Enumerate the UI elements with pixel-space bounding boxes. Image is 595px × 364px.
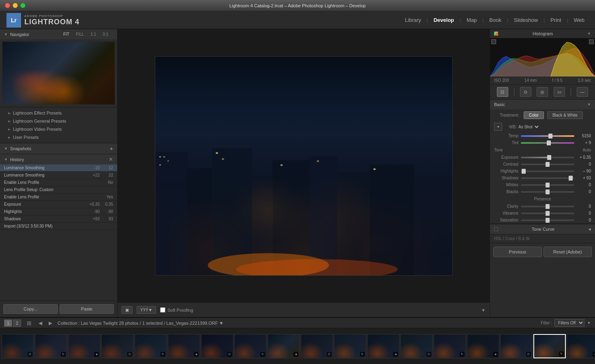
vibrance-thumb[interactable] (546, 211, 550, 216)
view-mode-button[interactable]: ▣ (122, 306, 133, 314)
history-item[interactable]: Enable Lens Profile No (0, 179, 117, 186)
filmstrip-thumb-1[interactable]: ⊡ (2, 334, 34, 358)
preset-general-presets[interactable]: ▶ Lightroom General Presets (0, 117, 117, 125)
filmstrip-num-1[interactable]: 1 (4, 319, 12, 327)
whites-slider[interactable] (521, 184, 574, 186)
color-button[interactable]: Color (524, 111, 544, 119)
filmstrip-thumb-2[interactable]: ↻ (35, 334, 67, 358)
histogram-clipping-shadow[interactable] (491, 39, 496, 44)
exposure-slider[interactable] (521, 157, 574, 158)
saturation-slider[interactable] (521, 219, 574, 221)
filmstrip-thumb-6[interactable]: ◈ (168, 334, 200, 358)
tone-auto-button[interactable]: Auto (582, 148, 591, 152)
shadows-thumb[interactable] (569, 176, 573, 181)
preset-video-presets[interactable]: ▶ Lightroom Video Presets (0, 125, 117, 133)
history-item[interactable]: Luminance Smoothing -10 12 (0, 164, 117, 172)
basic-header[interactable]: Basic ▼ (490, 100, 595, 109)
navigator-header[interactable]: ▼ Navigator FIT FILL 1:1 3:1 (0, 29, 117, 39)
history-item[interactable]: Highlights -90 -90 (0, 208, 117, 215)
filmstrip-thumb-5[interactable]: ↻ (135, 334, 167, 358)
nav-3-1[interactable]: 3:1 (101, 31, 110, 37)
yyy-button[interactable]: YYY▼ (137, 306, 156, 314)
filmstrip-thumb-9[interactable]: ◈ (268, 334, 300, 358)
filmstrip-thumb-15[interactable]: ◈ (467, 334, 499, 358)
filmstrip-thumb-8[interactable]: ↻ (234, 334, 267, 358)
filmstrip-thumb-12[interactable]: ◈ (367, 334, 400, 358)
temp-slider[interactable] (521, 135, 574, 137)
filmstrip-thumb-4[interactable]: ⊡ (101, 334, 134, 358)
main-image[interactable] (155, 56, 453, 276)
filmstrip-thumb-13[interactable]: ⊡ (400, 334, 433, 358)
filmstrip-prev-arrow[interactable]: ◀ (37, 320, 43, 326)
contrast-thumb[interactable] (546, 162, 550, 167)
nav-1-1[interactable]: 1:1 (89, 31, 98, 37)
nav-develop[interactable]: Develop (430, 15, 458, 25)
wb-picker-tool[interactable]: ✦ (494, 123, 502, 131)
filmstrip-thumb-11[interactable]: ↻ (334, 334, 366, 358)
soft-proofing-checkbox[interactable] (160, 307, 165, 313)
maximize-button[interactable] (20, 3, 26, 8)
filmstrip-thumb-10[interactable]: ⊡ (301, 334, 333, 358)
shadows-slider[interactable] (521, 177, 574, 179)
filmstrip-num-2[interactable]: 2 (13, 319, 21, 327)
preset-user-presets[interactable]: ▶ User Presets (0, 133, 117, 141)
reset-button[interactable]: Reset (Adobe) (544, 247, 592, 257)
history-item[interactable]: Luminance Smoothing +22 22 (0, 172, 117, 179)
grid-view-icon[interactable]: ⊞ (25, 320, 33, 326)
previous-button[interactable]: Previous (493, 247, 542, 257)
filmstrip-thumb-18[interactable]: ◈ (567, 334, 595, 358)
nav-web[interactable]: Web (570, 15, 589, 25)
toolbar-expand-button[interactable]: ▼ (481, 308, 486, 313)
snapshots-add-button[interactable]: + (110, 145, 113, 152)
clarity-slider[interactable] (521, 206, 574, 207)
crop-tool[interactable]: ⊡ (497, 87, 508, 97)
gradient-tool[interactable]: ▭ (554, 87, 565, 97)
history-item[interactable]: Shadows +93 93 (0, 215, 117, 223)
tint-slider[interactable] (521, 142, 574, 144)
tone-curve-header[interactable]: Tone Curve ◀ (490, 224, 595, 234)
preset-effect-presets[interactable]: ▶ Lightroom Effect Presets (0, 109, 117, 117)
nav-book[interactable]: Book (485, 15, 505, 25)
contrast-slider[interactable] (521, 164, 574, 165)
vibrance-slider[interactable] (521, 213, 574, 214)
history-close-button[interactable]: ✕ (109, 156, 113, 162)
exposure-thumb[interactable] (547, 155, 551, 160)
history-item[interactable]: Lens Profile Setup: Custom (0, 186, 117, 194)
wb-select[interactable]: As Shot Auto Daylight Cloudy Custom (517, 124, 540, 130)
nav-fit[interactable]: FIT (62, 31, 71, 37)
highlights-thumb[interactable] (522, 169, 526, 174)
filmstrip-thumb-7[interactable]: ⊡ (201, 334, 233, 358)
blacks-slider[interactable] (521, 191, 574, 193)
history-item[interactable]: Import (3/3/12 3:50:30 PM) (0, 223, 117, 230)
whites-thumb[interactable] (546, 183, 550, 187)
copy-button[interactable]: Copy... (3, 304, 58, 314)
close-button[interactable] (5, 3, 10, 8)
nav-print[interactable]: Print (546, 15, 565, 25)
redeye-tool[interactable]: ◎ (537, 87, 548, 97)
nav-map[interactable]: Map (462, 15, 481, 25)
filmstrip-thumb-16[interactable]: ⊡ (500, 334, 533, 358)
history-item[interactable]: Exposure +0.35 0.35 (0, 201, 117, 208)
tint-thumb[interactable] (547, 140, 551, 145)
histogram-clipping-highlight[interactable] (589, 39, 594, 44)
paste-button[interactable]: Paste (60, 304, 114, 314)
history-item[interactable]: Enable Lens Profile Yes (0, 194, 117, 201)
filmstrip-expand-icon[interactable]: ▼ (587, 321, 591, 325)
saturation-thumb[interactable] (546, 218, 550, 223)
blacks-thumb[interactable] (546, 189, 550, 194)
filter-select[interactable]: Filters Off Rated Flagged (554, 319, 584, 327)
snapshots-header[interactable]: ▼ Snapshots + (0, 143, 117, 154)
hsl-tool[interactable]: — (577, 87, 588, 97)
filmstrip-thumb-14[interactable]: ↻ (434, 334, 466, 358)
clarity-thumb[interactable] (546, 204, 550, 209)
minimize-button[interactable] (13, 3, 18, 8)
nav-slideshow[interactable]: Slideshow (510, 15, 542, 25)
black-white-button[interactable]: Black & White (547, 111, 583, 119)
filmstrip-thumb-3[interactable]: ◈ (68, 334, 101, 358)
filmstrip-next-arrow[interactable]: ▶ (47, 320, 54, 326)
spot-tool[interactable]: ⊙ (520, 87, 531, 97)
filmstrip-thumb-17[interactable]: ↻ (533, 334, 566, 358)
highlights-slider[interactable] (521, 170, 574, 172)
nav-fill[interactable]: FILL (74, 31, 86, 37)
temp-thumb[interactable] (548, 134, 552, 138)
